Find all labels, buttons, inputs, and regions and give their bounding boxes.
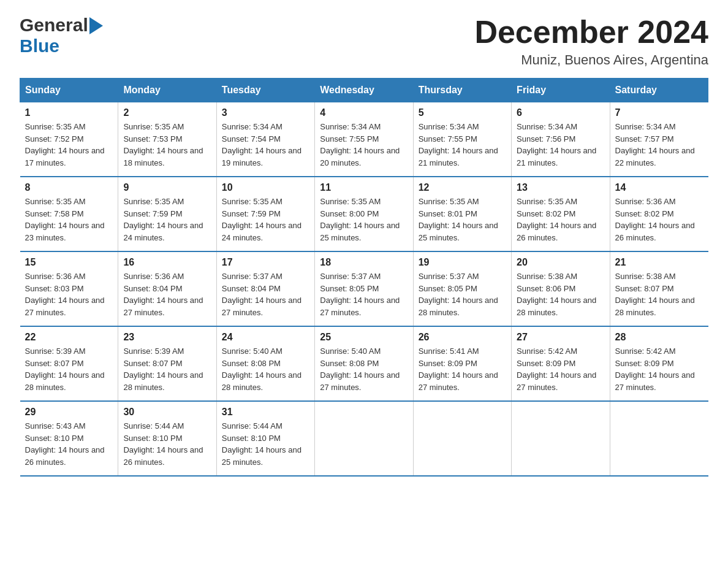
day-info: Sunrise: 5:35 AMSunset: 7:52 PMDaylight:… [25,121,113,169]
calendar-week-row: 8Sunrise: 5:35 AMSunset: 7:58 PMDaylight… [20,177,708,251]
day-number: 21 [615,257,703,268]
day-info: Sunrise: 5:38 AMSunset: 8:07 PMDaylight:… [615,270,703,318]
calendar-cell: 17Sunrise: 5:37 AMSunset: 8:04 PMDayligh… [216,251,314,326]
calendar-week-row: 15Sunrise: 5:36 AMSunset: 8:03 PMDayligh… [20,251,708,326]
day-info: Sunrise: 5:35 AMSunset: 7:59 PMDaylight:… [222,196,309,243]
location-title: Muniz, Buenos Aires, Argentina [474,52,708,68]
day-info: Sunrise: 5:35 AMSunset: 7:53 PMDaylight:… [123,121,211,169]
day-number: 20 [517,257,604,268]
calendar-cell: 30Sunrise: 5:44 AMSunset: 8:10 PMDayligh… [118,401,216,476]
day-info: Sunrise: 5:35 AMSunset: 8:02 PMDaylight:… [517,196,604,243]
weekday-header-saturday: Saturday [610,79,708,102]
day-number: 26 [419,332,506,343]
day-info: Sunrise: 5:34 AMSunset: 7:55 PMDaylight:… [320,121,408,169]
day-info: Sunrise: 5:44 AMSunset: 8:10 PMDaylight:… [123,420,211,468]
calendar-table: SundayMondayTuesdayWednesdayThursdayFrid… [20,78,708,477]
day-info: Sunrise: 5:43 AMSunset: 8:10 PMDaylight:… [25,420,113,468]
calendar-cell: 1Sunrise: 5:35 AMSunset: 7:52 PMDaylight… [20,102,118,177]
calendar-cell: 7Sunrise: 5:34 AMSunset: 7:57 PMDaylight… [610,102,708,177]
calendar-cell: 25Sunrise: 5:40 AMSunset: 8:08 PMDayligh… [315,326,413,401]
day-number: 10 [222,182,309,193]
weekday-header-sunday: Sunday [20,79,118,102]
day-info: Sunrise: 5:40 AMSunset: 8:08 PMDaylight:… [320,345,408,393]
calendar-cell: 16Sunrise: 5:36 AMSunset: 8:04 PMDayligh… [118,251,216,326]
day-info: Sunrise: 5:37 AMSunset: 8:05 PMDaylight:… [320,270,408,318]
day-number: 4 [320,107,408,118]
weekday-header-monday: Monday [118,79,216,102]
calendar-cell: 9Sunrise: 5:35 AMSunset: 7:59 PMDaylight… [118,177,216,251]
calendar-cell [512,401,610,476]
calendar-cell: 20Sunrise: 5:38 AMSunset: 8:06 PMDayligh… [512,251,610,326]
day-number: 14 [615,182,703,193]
day-info: Sunrise: 5:36 AMSunset: 8:04 PMDaylight:… [123,270,211,318]
calendar-cell: 23Sunrise: 5:39 AMSunset: 8:07 PMDayligh… [118,326,216,401]
day-number: 29 [25,407,113,418]
day-info: Sunrise: 5:44 AMSunset: 8:10 PMDaylight:… [222,420,309,468]
calendar-week-row: 22Sunrise: 5:39 AMSunset: 8:07 PMDayligh… [20,326,708,401]
calendar-cell: 5Sunrise: 5:34 AMSunset: 7:55 PMDaylight… [413,102,511,177]
day-info: Sunrise: 5:38 AMSunset: 8:06 PMDaylight:… [517,270,604,318]
day-info: Sunrise: 5:36 AMSunset: 8:03 PMDaylight:… [25,270,113,318]
calendar-cell: 14Sunrise: 5:36 AMSunset: 8:02 PMDayligh… [610,177,708,251]
day-info: Sunrise: 5:35 AMSunset: 7:58 PMDaylight:… [25,196,113,243]
day-info: Sunrise: 5:34 AMSunset: 7:56 PMDaylight:… [517,121,604,169]
day-info: Sunrise: 5:34 AMSunset: 7:55 PMDaylight:… [419,121,506,169]
logo-general-text: General [20,15,88,36]
day-number: 18 [320,257,408,268]
calendar-cell: 28Sunrise: 5:42 AMSunset: 8:09 PMDayligh… [610,326,708,401]
calendar-cell [413,401,511,476]
calendar-cell: 27Sunrise: 5:42 AMSunset: 8:09 PMDayligh… [512,326,610,401]
calendar-cell: 13Sunrise: 5:35 AMSunset: 8:02 PMDayligh… [512,177,610,251]
day-info: Sunrise: 5:39 AMSunset: 8:07 PMDaylight:… [123,345,211,393]
day-number: 12 [419,182,506,193]
day-info: Sunrise: 5:35 AMSunset: 8:00 PMDaylight:… [320,196,408,243]
day-info: Sunrise: 5:34 AMSunset: 7:54 PMDaylight:… [222,121,309,169]
weekday-header-row: SundayMondayTuesdayWednesdayThursdayFrid… [20,79,708,102]
day-number: 3 [222,107,309,118]
svg-marker-0 [89,17,103,34]
day-number: 30 [123,407,211,418]
calendar-cell: 4Sunrise: 5:34 AMSunset: 7:55 PMDaylight… [315,102,413,177]
calendar-cell: 18Sunrise: 5:37 AMSunset: 8:05 PMDayligh… [315,251,413,326]
day-number: 15 [25,257,113,268]
day-info: Sunrise: 5:39 AMSunset: 8:07 PMDaylight:… [25,345,113,393]
month-title: December 2024 [474,15,708,50]
day-info: Sunrise: 5:42 AMSunset: 8:09 PMDaylight:… [517,345,604,393]
calendar-cell: 8Sunrise: 5:35 AMSunset: 7:58 PMDaylight… [20,177,118,251]
calendar-cell: 21Sunrise: 5:38 AMSunset: 8:07 PMDayligh… [610,251,708,326]
calendar-week-row: 1Sunrise: 5:35 AMSunset: 7:52 PMDaylight… [20,102,708,177]
calendar-cell: 3Sunrise: 5:34 AMSunset: 7:54 PMDaylight… [216,102,314,177]
day-number: 23 [123,332,211,343]
calendar-cell: 10Sunrise: 5:35 AMSunset: 7:59 PMDayligh… [216,177,314,251]
page-header: General Blue December 2024 Muniz, Buenos… [20,15,708,68]
calendar-cell: 29Sunrise: 5:43 AMSunset: 8:10 PMDayligh… [20,401,118,476]
day-number: 24 [222,332,309,343]
logo: General Blue [20,15,103,56]
day-number: 19 [419,257,506,268]
calendar-cell: 31Sunrise: 5:44 AMSunset: 8:10 PMDayligh… [216,401,314,476]
calendar-cell: 24Sunrise: 5:40 AMSunset: 8:08 PMDayligh… [216,326,314,401]
calendar-cell [610,401,708,476]
weekday-header-friday: Friday [512,79,610,102]
calendar-cell: 11Sunrise: 5:35 AMSunset: 8:00 PMDayligh… [315,177,413,251]
calendar-cell: 22Sunrise: 5:39 AMSunset: 8:07 PMDayligh… [20,326,118,401]
day-number: 9 [123,182,211,193]
calendar-cell: 26Sunrise: 5:41 AMSunset: 8:09 PMDayligh… [413,326,511,401]
day-info: Sunrise: 5:36 AMSunset: 8:02 PMDaylight:… [615,196,703,243]
day-number: 27 [517,332,604,343]
calendar-week-row: 29Sunrise: 5:43 AMSunset: 8:10 PMDayligh… [20,401,708,476]
day-info: Sunrise: 5:35 AMSunset: 8:01 PMDaylight:… [419,196,506,243]
calendar-cell: 19Sunrise: 5:37 AMSunset: 8:05 PMDayligh… [413,251,511,326]
day-number: 5 [419,107,506,118]
day-number: 2 [123,107,211,118]
weekday-header-wednesday: Wednesday [315,79,413,102]
day-info: Sunrise: 5:34 AMSunset: 7:57 PMDaylight:… [615,121,703,169]
day-number: 13 [517,182,604,193]
day-number: 25 [320,332,408,343]
title-area: December 2024 Muniz, Buenos Aires, Argen… [474,15,708,68]
calendar-cell [315,401,413,476]
day-number: 31 [222,407,309,418]
day-number: 16 [123,257,211,268]
weekday-header-thursday: Thursday [413,79,511,102]
day-info: Sunrise: 5:40 AMSunset: 8:08 PMDaylight:… [222,345,309,393]
